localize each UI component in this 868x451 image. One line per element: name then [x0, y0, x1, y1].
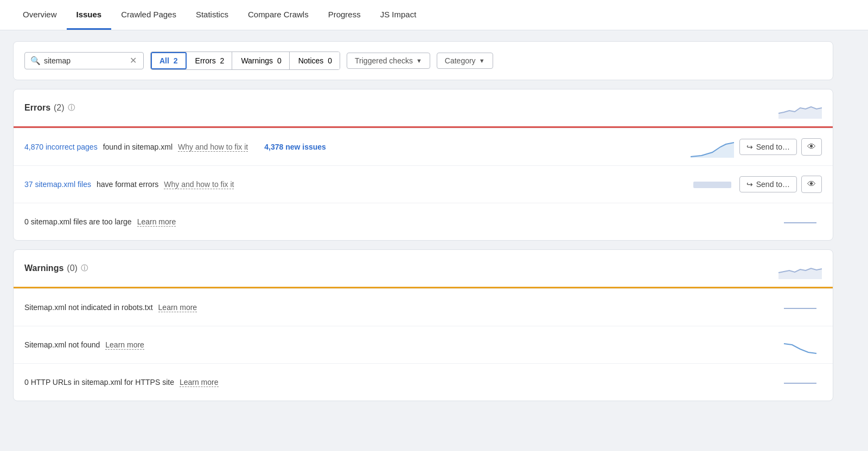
http-urls-plain: 0 HTTP URLs in sitemap.xml for HTTPS sit… — [24, 378, 174, 386]
info-icon[interactable]: ⓘ — [68, 103, 75, 113]
format-errors-link[interactable]: 37 sitemap.xml files — [24, 180, 91, 189]
triggered-checks-dropdown[interactable]: Triggered checks ▼ — [347, 53, 430, 69]
format-errors-plain: have format errors — [97, 180, 158, 189]
issue-text: 37 sitemap.xml files have format errors … — [24, 180, 685, 189]
issue-sparkline-3 — [778, 211, 822, 233]
issue-text: 0 sitemap.xml files are too large Learn … — [24, 217, 773, 227]
nav-progress[interactable]: Progress — [318, 0, 371, 30]
learn-more-link-robots[interactable]: Learn more — [158, 303, 197, 312]
errors-section: Errors (2) ⓘ 4,870 incorrect pages found… — [13, 89, 833, 241]
issue-text: Sitemap.xml not found Learn more — [24, 340, 773, 350]
search-icon: 🔍 — [30, 56, 41, 66]
new-issues-badge: 4,378 new issues — [264, 143, 326, 151]
why-fix-link-1[interactable]: Why and how to fix it — [178, 143, 248, 152]
nav-crawled-pages[interactable]: Crawled Pages — [111, 0, 186, 30]
chevron-down-icon: ▼ — [416, 57, 422, 64]
clear-search-button[interactable]: ✕ — [129, 56, 138, 65]
errors-section-header: Errors (2) ⓘ — [14, 89, 833, 126]
too-large-plain: 0 sitemap.xml files are too large — [24, 217, 132, 226]
top-navigation: Overview Issues Crawled Pages Statistics… — [0, 0, 868, 30]
errors-title: Errors (2) ⓘ — [24, 103, 75, 113]
send-to-button-2[interactable]: ↪ Send to… — [739, 176, 797, 192]
learn-more-link-1[interactable]: Learn more — [137, 217, 176, 227]
send-icon: ↪ — [746, 143, 753, 151]
main-content: 🔍 ✕ All 2 Errors 2 Warnings 0 Notices 0 … — [0, 30, 846, 421]
nav-statistics[interactable]: Statistics — [186, 0, 238, 30]
issue-text: 4,870 incorrect pages found in sitemap.x… — [24, 143, 685, 152]
warnings-title: Warnings (0) ⓘ — [24, 263, 88, 273]
filter-bar: 🔍 ✕ All 2 Errors 2 Warnings 0 Notices 0 … — [13, 41, 833, 80]
learn-more-link-http[interactable]: Learn more — [180, 378, 219, 387]
nav-issues[interactable]: Issues — [67, 0, 112, 30]
warnings-section: Warnings (0) ⓘ Sitemap.xml not indicated… — [13, 249, 833, 401]
incorrect-pages-plain: found in sitemap.xml — [103, 143, 173, 151]
tab-all[interactable]: All 2 — [151, 52, 187, 69]
search-box: 🔍 ✕ — [24, 52, 144, 69]
chevron-down-icon: ▼ — [479, 57, 485, 64]
issue-sparkline-4 — [778, 297, 822, 318]
issue-sparkline-1 — [691, 136, 734, 158]
svg-marker-4 — [778, 268, 822, 279]
warnings-sparkline — [778, 257, 822, 279]
issue-row-robots-txt: Sitemap.xml not indicated in robots.txt … — [14, 288, 833, 326]
errors-sparkline — [778, 97, 822, 119]
nav-js-impact[interactable]: JS Impact — [371, 0, 426, 30]
issue-row-not-found: Sitemap.xml not found Learn more — [14, 326, 833, 363]
eye-button-2[interactable]: 👁 — [801, 176, 822, 193]
svg-marker-0 — [778, 107, 822, 119]
learn-more-link-notfound[interactable]: Learn more — [105, 340, 144, 350]
filter-tabs: All 2 Errors 2 Warnings 0 Notices 0 — [150, 51, 340, 70]
warnings-section-header: Warnings (0) ⓘ — [14, 250, 833, 287]
issue-text: 0 HTTP URLs in sitemap.xml for HTTPS sit… — [24, 378, 773, 387]
search-input[interactable] — [44, 56, 125, 65]
robots-txt-plain: Sitemap.xml not indicated in robots.txt — [24, 303, 153, 312]
nav-overview[interactable]: Overview — [13, 0, 67, 30]
info-icon-warnings[interactable]: ⓘ — [81, 263, 88, 273]
nav-compare-crawls[interactable]: Compare Crawls — [238, 0, 318, 30]
svg-rect-2 — [693, 182, 731, 188]
issue-sparkline-5 — [778, 334, 822, 356]
eye-button-1[interactable]: 👁 — [801, 138, 822, 156]
send-to-button-1[interactable]: ↪ Send to… — [739, 139, 797, 155]
category-dropdown[interactable]: Category ▼ — [437, 53, 493, 69]
issue-sparkline-2 — [691, 173, 734, 195]
issue-text: Sitemap.xml not indicated in robots.txt … — [24, 303, 773, 312]
issue-row-http-urls: 0 HTTP URLs in sitemap.xml for HTTPS sit… — [14, 363, 833, 401]
tab-errors[interactable]: Errors 2 — [188, 52, 233, 69]
issue-actions-2: ↪ Send to… 👁 — [739, 176, 822, 193]
incorrect-pages-link[interactable]: 4,870 incorrect pages — [24, 143, 98, 151]
why-fix-link-2[interactable]: Why and how to fix it — [164, 180, 234, 189]
send-icon: ↪ — [746, 180, 753, 189]
issue-sparkline-6 — [778, 371, 822, 393]
not-found-plain: Sitemap.xml not found — [24, 340, 100, 349]
tab-notices[interactable]: Notices 0 — [291, 52, 340, 69]
issue-row-incorrect-pages: 4,870 incorrect pages found in sitemap.x… — [14, 128, 833, 165]
issue-actions-1: ↪ Send to… 👁 — [739, 138, 822, 156]
issue-row-too-large: 0 sitemap.xml files are too large Learn … — [14, 203, 833, 240]
tab-warnings[interactable]: Warnings 0 — [233, 52, 289, 69]
issue-row-format-errors: 37 sitemap.xml files have format errors … — [14, 165, 833, 203]
